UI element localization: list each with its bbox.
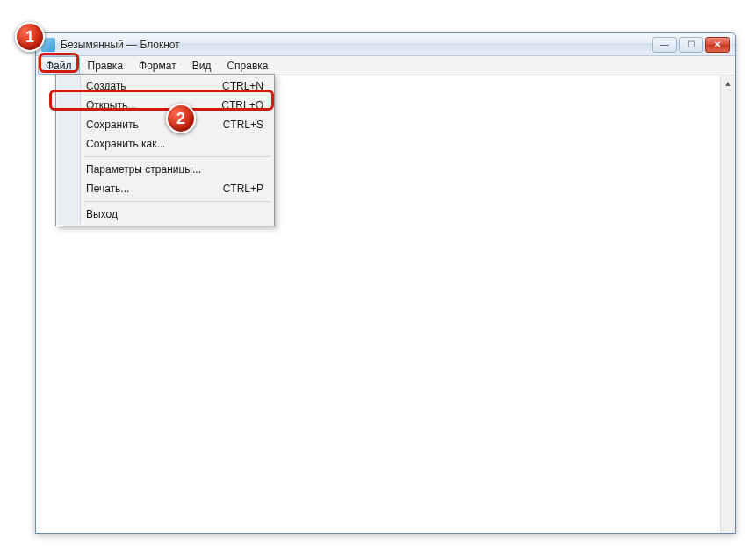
menu-item-label: Выход — [86, 208, 263, 220]
menu-item-label: Создать — [86, 80, 222, 92]
window-title: Безымянный — Блокнот — [61, 39, 652, 51]
callout-badge-1: 1 — [15, 22, 45, 52]
menu-item-label: Параметры страницы... — [86, 163, 263, 176]
menu-format[interactable]: Формат — [131, 56, 184, 75]
menu-help[interactable]: Справка — [219, 56, 276, 75]
menu-item-save[interactable]: Сохранить CTRL+S — [58, 115, 272, 134]
callout-badge-2: 2 — [166, 104, 196, 133]
minimize-icon: — — [660, 40, 669, 49]
menu-separator — [84, 201, 270, 202]
close-button[interactable]: ✕ — [705, 37, 730, 53]
minimize-button[interactable]: — — [652, 37, 677, 53]
menu-item-new[interactable]: Создать CTRL+N — [58, 76, 272, 96]
menu-item-shortcut: CTRL+S — [223, 119, 263, 131]
file-dropdown: Создать CTRL+N Открыть... CTRL+O Сохрани… — [55, 74, 275, 226]
menu-item-shortcut: CTRL+O — [221, 99, 263, 111]
menu-item-label: Сохранить — [86, 119, 223, 131]
maximize-icon: ☐ — [688, 40, 695, 49]
menu-edit[interactable]: Правка — [80, 56, 132, 75]
menu-label: Вид — [192, 60, 212, 72]
menu-item-shortcut: CTRL+P — [223, 183, 263, 195]
menu-item-open[interactable]: Открыть... CTRL+O — [58, 96, 272, 115]
menu-label: Файл — [46, 60, 72, 72]
maximize-button[interactable]: ☐ — [679, 37, 703, 53]
menu-separator — [84, 156, 270, 157]
menu-item-page-setup[interactable]: Параметры страницы... — [58, 160, 272, 179]
titlebar[interactable]: Безымянный — Блокнот — ☐ ✕ — [36, 33, 735, 56]
menu-item-label: Сохранить как... — [86, 138, 263, 150]
menu-label: Формат — [139, 60, 176, 72]
menu-item-print[interactable]: Печать... CTRL+P — [58, 179, 272, 198]
menu-item-label: Открыть... — [86, 99, 221, 111]
menu-label: Справка — [227, 60, 268, 72]
menu-item-label: Печать... — [86, 183, 223, 195]
menu-item-shortcut: CTRL+N — [222, 80, 263, 92]
callout-number: 1 — [25, 28, 34, 47]
callout-number: 2 — [176, 110, 185, 128]
menu-view[interactable]: Вид — [184, 56, 220, 75]
menu-item-save-as[interactable]: Сохранить как... — [58, 134, 272, 154]
menu-label: Правка — [88, 60, 124, 72]
menu-file[interactable]: Файл — [38, 56, 80, 75]
vertical-scrollbar[interactable]: ▲ — [720, 75, 735, 533]
menu-item-exit[interactable]: Выход — [58, 205, 272, 224]
scroll-up-icon[interactable]: ▲ — [721, 75, 735, 90]
close-icon: ✕ — [714, 40, 721, 49]
menubar: Файл Правка Формат Вид Справка — [36, 56, 735, 75]
window-controls: — ☐ ✕ — [652, 37, 730, 53]
